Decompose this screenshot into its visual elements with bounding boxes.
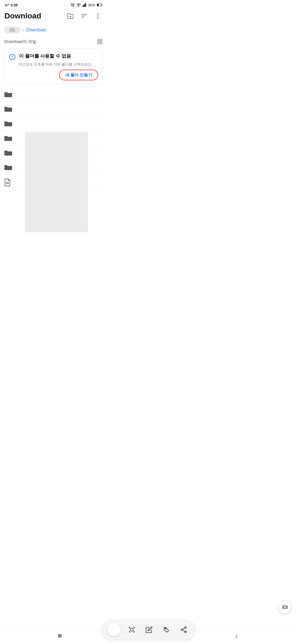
svg-rect-18 <box>100 39 102 41</box>
folder-icon <box>4 91 12 98</box>
folder-icon <box>4 135 12 141</box>
new-folder-create-button[interactable]: 새 폴더 만들기 <box>59 70 98 80</box>
svg-rect-3 <box>83 5 84 7</box>
svg-rect-19 <box>98 42 99 44</box>
new-folder-button[interactable] <box>65 11 75 21</box>
svg-rect-7 <box>97 4 99 6</box>
breadcrumb: › Download <box>0 24 107 37</box>
svg-rect-4 <box>84 4 85 7</box>
svg-point-14 <box>97 13 98 14</box>
warning-card: 이 폴더를 사용할 수 없음 개인정보 보호를 위해 다른 폴더를 선택하세요.… <box>4 48 103 84</box>
sort-button[interactable] <box>79 11 89 21</box>
warning-header: 이 폴더를 사용할 수 없음 <box>9 53 98 60</box>
warning-description: 개인정보 보호를 위해 다른 폴더를 선택하세요. <box>18 62 98 67</box>
grid-toggle-button[interactable] <box>97 39 103 45</box>
more-options-button[interactable] <box>93 11 103 21</box>
breadcrumb-home[interactable] <box>4 26 20 34</box>
folder-icon <box>4 106 12 112</box>
file-doc-icon <box>4 179 10 186</box>
list-item[interactable] <box>0 87 107 102</box>
svg-rect-8 <box>102 4 103 5</box>
battery-text: 35% <box>88 3 95 7</box>
screenshot-overlay <box>25 132 88 232</box>
breadcrumb-chevron: › <box>23 28 24 32</box>
page-title: Download <box>4 12 41 20</box>
svg-rect-5 <box>85 3 86 7</box>
warning-title: 이 폴더를 사용할 수 없음 <box>19 53 71 59</box>
carrier-text: U⁺ 3:38 <box>5 3 18 7</box>
warning-icon <box>9 54 16 60</box>
folder-icon <box>4 164 12 171</box>
section-title: Download의 파일 <box>4 39 36 44</box>
svg-rect-2 <box>82 5 83 7</box>
app-bar-actions <box>65 11 103 21</box>
svg-rect-17 <box>98 39 99 41</box>
alarm-icon <box>70 3 75 7</box>
battery-icon <box>97 3 102 7</box>
signal-icon <box>82 3 86 7</box>
breadcrumb-current[interactable]: Download <box>26 28 46 32</box>
folder-icon <box>4 149 12 156</box>
warning-actions: 새 폴더 만들기 <box>9 70 98 80</box>
app-bar: Download <box>0 9 107 24</box>
list-item[interactable] <box>0 116 107 131</box>
status-icons: 35% <box>70 3 102 7</box>
status-bar: U⁺ 3:38 35% <box>0 0 107 9</box>
wifi-icon <box>76 3 81 7</box>
svg-point-1 <box>78 6 79 7</box>
list-item[interactable] <box>0 102 107 116</box>
svg-point-16 <box>97 18 98 19</box>
svg-rect-20 <box>100 42 102 44</box>
section-header: Download의 파일 <box>0 37 107 47</box>
svg-point-15 <box>97 15 98 17</box>
folder-icon <box>4 120 12 127</box>
